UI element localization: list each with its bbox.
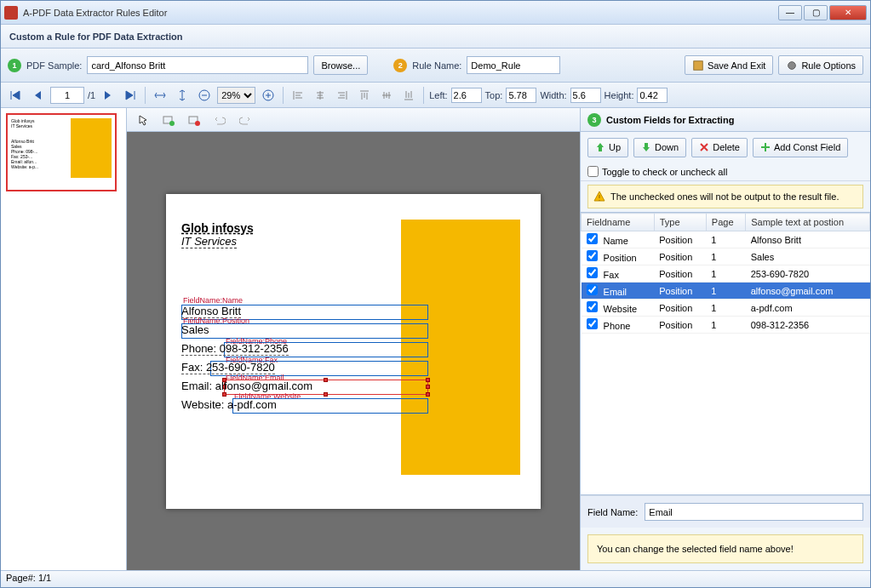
- next-page-button[interactable]: [99, 86, 117, 105]
- step-1-icon: 1: [8, 59, 21, 72]
- fit-height-button[interactable]: [173, 86, 192, 105]
- page-total: /1: [88, 90, 95, 100]
- table-row[interactable]: FaxPosition1253-690-7820: [582, 265, 870, 283]
- browse-label: Browse...: [321, 60, 360, 71]
- up-button[interactable]: Up: [587, 138, 628, 157]
- add-const-field-button[interactable]: Add Const Field: [753, 138, 848, 157]
- pointer-tool[interactable]: [134, 111, 152, 129]
- close-button[interactable]: ✕: [829, 5, 867, 20]
- page-thumbnail[interactable]: Glob infosysIT ServicesAlfonso BrittSale…: [6, 113, 117, 191]
- field-name-input[interactable]: [645, 503, 863, 521]
- align-center-button[interactable]: [311, 86, 329, 105]
- delete-icon: [699, 142, 709, 152]
- status-text: Page#: 1/1: [6, 573, 51, 583]
- fieldbox-position[interactable]: [181, 323, 428, 339]
- minimize-button[interactable]: —: [778, 5, 802, 20]
- row-checkbox[interactable]: [587, 233, 598, 244]
- zoom-out-button[interactable]: [195, 86, 214, 105]
- table-row[interactable]: PhonePosition1098-312-2356: [582, 317, 870, 334]
- rule-name-input[interactable]: [467, 56, 560, 74]
- col-type[interactable]: Type: [654, 214, 706, 231]
- website-value: Website: a-pdf.com: [181, 398, 277, 411]
- pdf-sample-label: PDF Sample:: [26, 60, 82, 71]
- zoom-in-button[interactable]: [259, 86, 278, 105]
- fit-width-button[interactable]: [151, 86, 169, 105]
- add-icon: [760, 142, 771, 152]
- browse-button[interactable]: Browse...: [313, 55, 368, 75]
- height-label: Height:: [605, 90, 634, 100]
- svg-point-5: [169, 121, 175, 126]
- align-left-button[interactable]: [289, 86, 307, 105]
- align-top-button[interactable]: [355, 86, 374, 105]
- toggle-all-label: Toggle to check or uncheck all: [602, 167, 727, 177]
- thumbnail-panel: Glob infosysIT ServicesAlfonso BrittSale…: [1, 108, 127, 570]
- thumb-image: [71, 118, 112, 178]
- row-checkbox[interactable]: [587, 301, 598, 312]
- titlebar: A-PDF Data Extractor Rules Editor — ▢ ✕: [1, 1, 870, 25]
- col-fieldname[interactable]: Fieldname: [582, 214, 655, 231]
- align-bottom-button[interactable]: [399, 86, 418, 105]
- position-value: Sales: [181, 323, 209, 336]
- align-middle-button[interactable]: [377, 86, 396, 105]
- table-row[interactable]: NamePosition1Alfonso Britt: [582, 231, 870, 248]
- table-row[interactable]: WebsitePosition1a-pdf.com: [582, 300, 870, 317]
- width-input[interactable]: [570, 88, 601, 103]
- down-arrow-icon: [641, 142, 651, 152]
- field-name-label: Field Name:: [587, 507, 638, 517]
- row-checkbox[interactable]: [587, 250, 598, 261]
- prev-page-button[interactable]: [28, 86, 47, 105]
- delete-button[interactable]: Delete: [691, 138, 748, 157]
- row-checkbox[interactable]: [587, 267, 598, 278]
- gear-icon: [786, 60, 798, 71]
- last-page-button[interactable]: [121, 86, 140, 105]
- redo-button[interactable]: [236, 111, 255, 129]
- subtitle-bar: Custom a Rule for PDF Data Extraction: [1, 25, 870, 49]
- delete-field-tool[interactable]: [185, 111, 203, 129]
- warning-icon: [593, 191, 605, 203]
- fax-value: Fax: 253-690-7820: [181, 361, 275, 374]
- top-input[interactable]: [506, 88, 536, 103]
- up-label: Up: [609, 142, 621, 152]
- email-value: Email: alfonso@gmail.com: [181, 380, 312, 392]
- subtitle-text: Custom a Rule for PDF Data Extraction: [9, 31, 183, 42]
- zoom-select[interactable]: 29%: [217, 87, 255, 104]
- undo-button[interactable]: [210, 111, 229, 129]
- height-input[interactable]: [637, 88, 668, 103]
- align-right-button[interactable]: [333, 86, 352, 105]
- save-exit-label: Save And Exit: [708, 60, 766, 71]
- window-title: A-PDF Data Extractor Rules Editor: [23, 8, 778, 18]
- phone-value: Phone: 098-312-2356: [181, 342, 289, 356]
- fields-table[interactable]: Fieldname Type Page Sample text at posti…: [581, 212, 870, 495]
- top-label: Top:: [485, 90, 503, 100]
- row-checkbox[interactable]: [587, 284, 598, 295]
- pdf-page: Glob infosys IT Services FieldName:Name …: [166, 194, 541, 509]
- pdf-canvas[interactable]: Glob infosys IT Services FieldName:Name …: [127, 132, 580, 570]
- maximize-button[interactable]: ▢: [804, 5, 828, 20]
- step-2-icon: 2: [393, 59, 407, 72]
- svg-point-7: [195, 121, 200, 126]
- step-3-icon: 3: [587, 113, 601, 127]
- table-row[interactable]: EmailPosition1alfonso@gmail.com: [582, 283, 870, 300]
- rule-options-button[interactable]: Rule Options: [778, 55, 863, 75]
- page-input[interactable]: [50, 87, 84, 104]
- toggle-all-checkbox[interactable]: [587, 166, 599, 177]
- add-field-tool[interactable]: [159, 111, 178, 129]
- save-and-exit-button[interactable]: Save And Exit: [685, 55, 774, 75]
- fieldlabel-name: FieldName:Name: [183, 296, 243, 305]
- down-button[interactable]: Down: [633, 138, 686, 157]
- warning-text: The unchecked ones will not be output to…: [610, 191, 839, 202]
- col-sample[interactable]: Sample text at postion: [746, 214, 870, 231]
- row-checkbox[interactable]: [587, 318, 598, 329]
- left-input[interactable]: [451, 88, 482, 103]
- rule-name-label: Rule Name:: [412, 60, 461, 71]
- table-row[interactable]: PositionPosition1Sales: [582, 248, 870, 265]
- col-page[interactable]: Page: [706, 214, 745, 231]
- save-icon: [692, 60, 704, 71]
- company-tagline: IT Services: [181, 235, 237, 248]
- fields-panel: 3 Custom Fields for Extracting Up Down D…: [581, 108, 870, 570]
- tip-text: You can change the selected field name a…: [597, 544, 794, 554]
- app-icon: [4, 6, 18, 20]
- first-page-button[interactable]: [6, 86, 25, 105]
- status-bar: Page#: 1/1: [1, 570, 870, 587]
- pdf-sample-input[interactable]: [87, 56, 308, 74]
